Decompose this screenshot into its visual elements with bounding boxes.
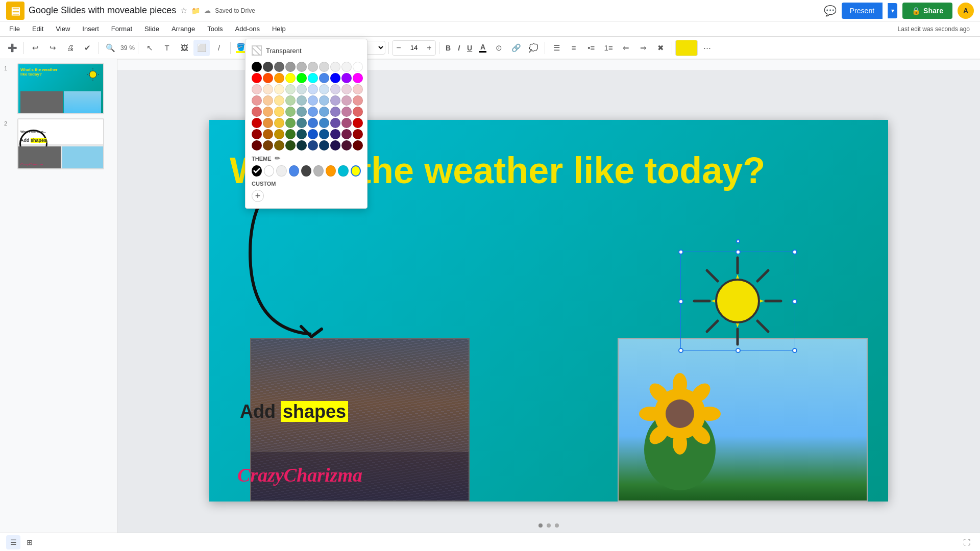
theme-color-7[interactable] [338, 165, 348, 177]
color-dot-43[interactable] [285, 107, 296, 117]
color-dot-62[interactable] [274, 129, 284, 139]
color-dot-35[interactable] [308, 95, 318, 106]
clear-format-button[interactable]: ✖ [652, 40, 669, 56]
comment-button-2[interactable]: 💭 [525, 40, 542, 56]
handle-tl[interactable] [678, 249, 683, 255]
link-button[interactable]: 🔗 [508, 40, 524, 56]
theme-edit-icon[interactable]: ✏ [275, 155, 280, 162]
theme-color-4[interactable] [301, 165, 311, 177]
menu-edit[interactable]: Edit [27, 23, 48, 35]
color-dot-48[interactable] [341, 107, 352, 117]
color-dot-42[interactable] [274, 107, 284, 117]
italic-button[interactable]: I [455, 42, 463, 54]
color-dot-28[interactable] [341, 84, 352, 94]
text-color-button[interactable]: A [476, 41, 489, 55]
color-dot-9[interactable] [353, 62, 363, 72]
dot-2[interactable] [547, 523, 551, 528]
color-dot-23[interactable] [285, 84, 296, 94]
menu-file[interactable]: File [4, 23, 25, 35]
undo-button[interactable]: ↩ [27, 40, 43, 56]
cursor-button[interactable]: ↖ [141, 40, 158, 56]
color-dot-64[interactable] [297, 129, 307, 139]
color-dot-22[interactable] [274, 84, 284, 94]
menu-arrange[interactable]: Arrange [166, 23, 200, 35]
font-size-decrease[interactable]: − [393, 41, 405, 55]
color-dot-56[interactable] [319, 118, 329, 128]
color-dot-0[interactable] [252, 62, 262, 72]
grid-view-button[interactable]: ⊞ [22, 535, 37, 549]
color-dot-2[interactable] [274, 62, 284, 72]
font-size-increase[interactable]: + [423, 41, 435, 55]
color-dot-36[interactable] [319, 95, 329, 106]
comment-button[interactable]: 💬 [824, 5, 837, 17]
fullscreen-button[interactable]: ⛶ [960, 535, 974, 549]
theme-color-0[interactable] [252, 165, 262, 177]
color-dot-10[interactable] [252, 73, 262, 83]
menu-addons[interactable]: Add-ons [230, 23, 265, 35]
slide-2-thumbnail[interactable]: What's the weat... Add shapes CrazyChari… [17, 118, 104, 169]
color-dot-46[interactable] [319, 107, 329, 117]
color-dot-11[interactable] [263, 73, 273, 83]
color-dot-58[interactable] [341, 118, 352, 128]
color-dot-20[interactable] [252, 84, 262, 94]
handle-tr[interactable] [792, 249, 797, 255]
handle-mr[interactable] [792, 299, 797, 304]
color-dot-6[interactable] [319, 62, 329, 72]
color-dot-38[interactable] [341, 95, 352, 106]
color-dot-37[interactable] [330, 95, 340, 106]
indent-less-button[interactable]: ⇐ [618, 40, 634, 56]
bullets-button[interactable]: •≡ [583, 40, 599, 56]
color-dot-39[interactable] [353, 95, 363, 106]
print-button[interactable]: 🖨 [62, 40, 78, 56]
handle-ml[interactable] [678, 299, 683, 304]
color-dot-51[interactable] [263, 118, 273, 128]
text-button[interactable]: T [159, 40, 175, 56]
color-dot-5[interactable] [308, 62, 318, 72]
color-dot-53[interactable] [285, 118, 296, 128]
slide-thumbnail-1[interactable]: 1 What's the weatherlike today? [4, 63, 113, 114]
theme-color-2[interactable] [276, 165, 286, 177]
color-dot-60[interactable] [252, 129, 262, 139]
color-dot-7[interactable] [330, 62, 340, 72]
color-dot-66[interactable] [319, 129, 329, 139]
menu-format[interactable]: Format [106, 23, 137, 35]
color-dot-31[interactable] [263, 95, 273, 106]
redo-button[interactable]: ↪ [44, 40, 61, 56]
color-dot-79[interactable] [353, 140, 363, 151]
image-button[interactable]: 🖼 [176, 40, 192, 56]
user-avatar[interactable]: A [958, 3, 974, 19]
color-dot-1[interactable] [263, 62, 273, 72]
present-button[interactable]: Present [842, 3, 883, 19]
slide-thumbnail-2[interactable]: 2 What's the weat... Add shapes CrazyCha… [4, 118, 113, 169]
color-dot-49[interactable] [353, 107, 363, 117]
color-dot-3[interactable] [285, 62, 296, 72]
shape-button[interactable]: ⬜ [193, 40, 210, 56]
color-dot-69[interactable] [353, 129, 363, 139]
theme-color-6[interactable] [326, 165, 336, 177]
color-dot-17[interactable] [330, 73, 340, 83]
color-dot-57[interactable] [330, 118, 340, 128]
highlight-button[interactable]: ⊙ [491, 40, 507, 56]
numbered-list-button[interactable]: 1≡ [600, 40, 617, 56]
more-options-button[interactable]: ⋯ [699, 40, 715, 56]
font-size-input[interactable]: 14 [405, 44, 423, 52]
menu-help[interactable]: Help [267, 23, 291, 35]
color-dot-54[interactable] [297, 118, 307, 128]
dot-3[interactable] [555, 523, 559, 528]
color-dot-13[interactable] [285, 73, 296, 83]
rotation-handle[interactable] [736, 239, 740, 243]
line-button[interactable]: / [211, 40, 227, 56]
color-dot-19[interactable] [353, 73, 363, 83]
star-icon[interactable]: ☆ [180, 6, 187, 15]
dot-1[interactable] [538, 523, 543, 528]
color-dot-14[interactable] [297, 73, 307, 83]
menu-insert[interactable]: Insert [77, 23, 104, 35]
indent-more-button[interactable]: ⇒ [635, 40, 651, 56]
zoom-button[interactable]: 🔍 [102, 40, 118, 56]
add-custom-color-button[interactable]: + [252, 190, 264, 202]
color-dot-75[interactable] [308, 140, 318, 151]
slide-background-button[interactable] [675, 40, 698, 56]
color-dot-27[interactable] [330, 84, 340, 94]
theme-color-3[interactable] [289, 165, 299, 177]
color-dot-21[interactable] [263, 84, 273, 94]
